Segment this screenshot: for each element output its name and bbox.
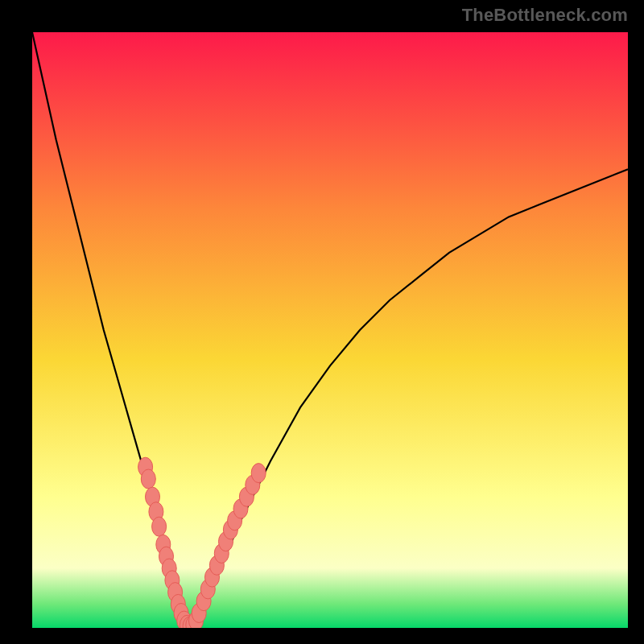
watermark-text: TheBottleneck.com [462,5,628,26]
data-marker [141,469,155,489]
gradient-background [32,32,628,628]
chart-svg [32,32,628,628]
data-marker [152,517,167,536]
plot-area [32,32,628,628]
chart-container: TheBottleneck.com [0,0,644,644]
data-marker [251,464,266,483]
